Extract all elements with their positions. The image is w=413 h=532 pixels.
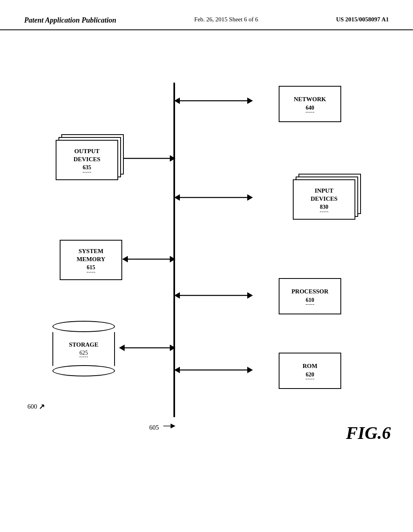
svg-marker-11	[170, 256, 175, 262]
bus-ref-arrow	[163, 422, 175, 430]
svg-marker-9	[122, 256, 128, 262]
svg-marker-14	[247, 292, 253, 299]
rom-label: ROM	[302, 362, 317, 370]
storage-ref: 625	[79, 350, 88, 357]
processor-ref: 610	[306, 297, 314, 305]
ref-605-label: 605	[149, 424, 159, 431]
storage-label: STORAGE	[69, 341, 98, 349]
output-devices-box: OUTPUTDEVICES 635	[56, 140, 118, 180]
output-devices-wrapper: OUTPUTDEVICES 635	[56, 140, 118, 180]
svg-marker-8	[247, 194, 253, 201]
svg-marker-5	[170, 155, 175, 162]
system-memory-label: SYSTEMMEMORY	[77, 247, 105, 263]
network-ref: 640	[306, 104, 314, 112]
publication-label: Patent Application Publication	[24, 16, 116, 25]
input-devices-ref: 830	[320, 204, 328, 212]
processor-arrow	[174, 289, 253, 301]
svg-marker-12	[174, 292, 180, 299]
svg-marker-22	[171, 424, 175, 428]
rom-ref: 620	[306, 371, 314, 379]
svg-marker-20	[247, 367, 253, 373]
patent-number: US 2015/0058097 A1	[336, 16, 389, 23]
svg-marker-2	[247, 98, 253, 104]
network-box: NETWORK 640	[279, 86, 341, 122]
system-memory-arrow	[122, 253, 175, 265]
svg-marker-6	[174, 194, 180, 201]
rom-box: ROM 620	[279, 353, 341, 389]
output-devices-arrow	[118, 152, 175, 164]
network-arrow	[174, 95, 253, 107]
system-memory-ref: 615	[87, 264, 95, 272]
svg-marker-17	[170, 345, 175, 351]
svg-marker-0	[174, 98, 180, 104]
storage-arrow	[119, 342, 175, 354]
svg-marker-18	[174, 367, 180, 373]
rom-arrow	[174, 364, 253, 376]
output-devices-label: OUTPUTDEVICES	[73, 148, 100, 163]
network-label: NETWORK	[294, 96, 326, 104]
processor-box: PROCESSOR 610	[279, 278, 341, 314]
input-devices-arrow	[174, 191, 253, 204]
input-devices-wrapper: INPUTDEVICES 830	[293, 179, 355, 220]
output-devices-ref: 635	[83, 164, 91, 172]
input-devices-box: INPUTDEVICES 830	[293, 179, 355, 220]
page-header: Patent Application Publication Feb. 26, …	[0, 0, 413, 30]
storage-cylinder: STORAGE 625	[48, 320, 119, 377]
input-devices-label: INPUTDEVICES	[311, 187, 338, 203]
svg-marker-15	[119, 345, 125, 351]
system-memory-box: SYSTEMMEMORY 615	[60, 240, 122, 280]
figure-label: FIG.6	[346, 423, 391, 443]
ref-600-label: 600 ↗	[27, 402, 45, 411]
processor-label: PROCESSOR	[292, 288, 329, 296]
sheet-info: Feb. 26, 2015 Sheet 6 of 6	[194, 16, 258, 23]
diagram-area: NETWORK 640 OUTPUTDEVICES 635 INPUTDEVIC…	[0, 30, 413, 506]
